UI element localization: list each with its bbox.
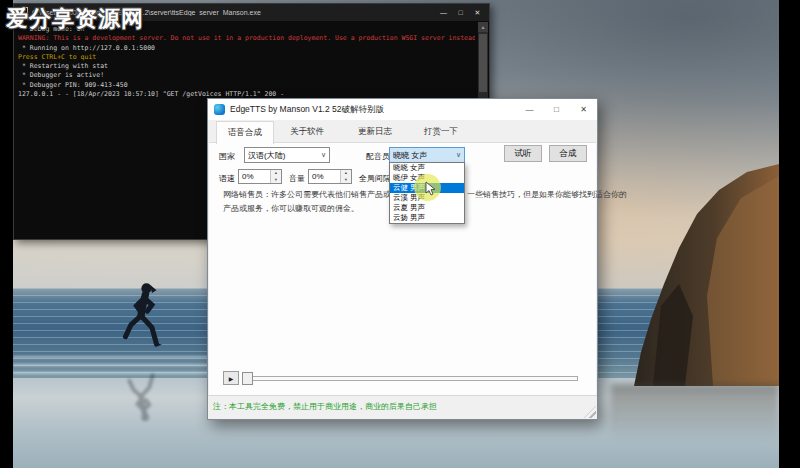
progress-track[interactable] — [242, 376, 578, 381]
voice-value: 晓晓 女声 — [393, 150, 427, 161]
voice-label: 配音员 — [366, 151, 390, 162]
tab-about[interactable]: 关于软件 — [282, 121, 332, 141]
edgetts-window[interactable]: EdgeTTS by Manson V1.2 52破解特别版 — □ ✕ 语音合… — [207, 98, 598, 420]
console-minimize-button[interactable]: — — [435, 5, 452, 20]
status-bar: 注：本工具完全免费，禁止用于商业用途，商业的后果自己承担 — [208, 395, 597, 419]
rate-stepper[interactable]: 0% ▴▾ — [238, 169, 282, 184]
spinner-down-icon[interactable]: ▾ — [341, 177, 351, 184]
country-label: 国家 — [219, 151, 235, 162]
gap-label: 全局间隔 — [359, 173, 391, 184]
chevron-down-icon: ∨ — [456, 151, 461, 159]
status-note: 注：本工具完全免费，禁止用于商业用途，商业的后果自己承担 — [213, 401, 437, 412]
tab-changelog[interactable]: 更新日志 — [350, 121, 400, 141]
voice-option[interactable]: 云扬 男声 — [390, 213, 464, 223]
progress-thumb[interactable] — [242, 372, 253, 385]
synthesize-button[interactable]: 合成 — [549, 145, 587, 162]
scroll-up-icon[interactable]: ▴ — [478, 22, 488, 32]
mouse-cursor — [425, 181, 436, 196]
tab-bar: 语音合成 关于软件 更新日志 打赏一下 — [208, 120, 597, 142]
console-line: * Debugger PIN: 909-413-450 — [18, 81, 475, 90]
desktop: C:\Users\93608\Desktop\ttsEdgeV1.2\serve… — [0, 0, 800, 468]
country-select[interactable]: 汉语(大陆) ∨ — [244, 147, 330, 163]
scrollbar-thumb[interactable] — [479, 34, 487, 92]
console-line: * Debugger is active! — [18, 71, 475, 80]
edgetts-app-icon — [214, 104, 225, 115]
voice-option[interactable]: 晓晓 女声 — [390, 163, 464, 173]
window-close-button[interactable]: ✕ — [570, 99, 597, 120]
spinner-down-icon[interactable]: ▾ — [271, 177, 281, 184]
resize-grip-icon[interactable] — [584, 406, 596, 418]
console-maximize-button[interactable]: □ — [452, 5, 469, 20]
tab-donate[interactable]: 打赏一下 — [416, 121, 466, 141]
preview-button[interactable]: 试听 — [504, 145, 542, 162]
volume-label: 音量 — [289, 173, 305, 184]
script-text-line2: 产品或服务，你可以赚取可观的佣金。 — [223, 203, 359, 214]
edgetts-titlebar[interactable]: EdgeTTS by Manson V1.2 52破解特别版 — □ ✕ — [208, 99, 597, 120]
console-line: * Restarting with stat — [18, 62, 475, 71]
cliff-rock — [601, 156, 779, 386]
edgetts-title: EdgeTTS by Manson V1.2 52破解特别版 — [230, 104, 516, 116]
play-button[interactable]: ▶ — [223, 371, 239, 385]
rate-label: 语速 — [219, 173, 235, 184]
right-black-bar — [779, 0, 800, 468]
chevron-down-icon: ∨ — [321, 151, 326, 159]
voice-option[interactable]: 云夏 男声 — [390, 203, 464, 213]
console-line: Press CTRL+C to quit — [18, 53, 475, 62]
watermark-text: 爱分享资源网 — [6, 4, 144, 34]
window-maximize-button[interactable]: □ — [543, 99, 570, 120]
console-line-warning: WARNING: This is a development server. D… — [18, 34, 475, 43]
script-text-line1-right: 一些销售技巧，但是如果你能够找到适合你的 — [467, 189, 627, 200]
cliff-reflection — [611, 384, 779, 442]
left-black-bar — [0, 0, 13, 468]
console-close-button[interactable]: ✕ — [469, 5, 486, 20]
console-line: * Running on http://127.0.0.1:5000 — [18, 44, 475, 53]
volume-stepper[interactable]: 0% ▴▾ — [308, 169, 352, 184]
volume-value: 0% — [312, 172, 324, 181]
runner-reflection — [113, 360, 169, 422]
runner-silhouette — [113, 282, 169, 364]
tab-speech-synthesis[interactable]: 语音合成 — [216, 121, 274, 144]
voice-select[interactable]: 晓晓 女声 ∨ — [389, 147, 465, 163]
rate-value: 0% — [242, 172, 254, 181]
window-minimize-button[interactable]: — — [516, 99, 543, 120]
country-value: 汉语(大陆) — [248, 150, 285, 161]
